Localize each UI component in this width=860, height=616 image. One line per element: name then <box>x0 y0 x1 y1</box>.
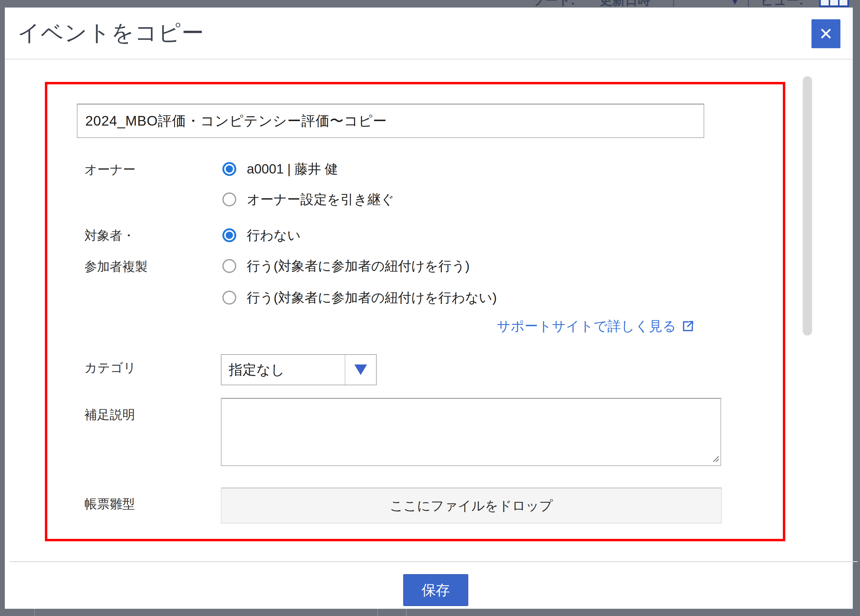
screen: ソート: 更新日時 ▼ ビュー: オーナー a0001 | 藤井 健 オーナー設… <box>0 0 860 616</box>
duplication-field-label-line2: 参加者複製 <box>85 259 148 274</box>
background-sort-label: ソート: <box>532 0 575 7</box>
background-filter-arrow-icon: ▼ <box>729 0 741 7</box>
dialog-header: イベントをコピー <box>5 8 853 60</box>
close-button[interactable]: ✕ <box>811 19 840 48</box>
category-dropdown-value: 指定なし <box>221 355 345 385</box>
save-button[interactable]: 保存 <box>403 574 468 606</box>
category-field-label: カテゴリ <box>85 361 136 375</box>
background-separator <box>748 0 749 6</box>
radio-owner-current-label: a0001 | 藤井 健 <box>247 160 338 178</box>
template-field-label: 帳票雛型 <box>85 497 135 511</box>
file-dropzone[interactable]: ここにファイルをドロップ <box>221 487 722 524</box>
dropdown-arrow-icon[interactable] <box>345 355 376 385</box>
background-table-gridline <box>377 609 378 616</box>
radio-duplication-with-link[interactable]: 行う(対象者に参加者の紐付けを行う) <box>222 259 470 273</box>
file-dropzone-text: ここにファイルをドロップ <box>390 497 552 515</box>
copy-event-dialog: オーナー a0001 | 藤井 健 オーナー設定を引き継ぐ 対象者・ 参加者複製… <box>5 8 853 609</box>
category-dropdown[interactable]: 指定なし <box>221 354 377 385</box>
radio-button-icon[interactable] <box>222 291 236 304</box>
background-page-top-strip: ソート: 更新日時 ▼ ビュー: <box>0 0 860 8</box>
background-view-label: ビュー: <box>761 0 804 7</box>
support-site-link[interactable]: サポートサイトで詳しく見る <box>497 318 695 334</box>
footer-divider <box>9 561 858 562</box>
radio-button-icon[interactable] <box>222 228 236 242</box>
radio-button-icon[interactable] <box>222 259 236 273</box>
radio-button-icon[interactable] <box>222 162 236 176</box>
description-textarea[interactable] <box>221 398 721 466</box>
description-field <box>221 398 721 466</box>
external-link-icon <box>681 319 695 333</box>
radio-duplication-none[interactable]: 行わない <box>222 228 301 243</box>
background-sort-value: 更新日時 <box>599 0 650 7</box>
radio-duplication-without-link-label: 行う(対象者に参加者の紐付けを行わない) <box>247 289 497 307</box>
radio-button-icon[interactable] <box>222 193 236 206</box>
duplication-field-label-line1: 対象者・ <box>85 228 135 243</box>
radio-owner-current[interactable]: a0001 | 藤井 健 <box>222 162 338 176</box>
radio-owner-inherit-label: オーナー設定を引き継ぐ <box>247 191 394 208</box>
dialog-title: イベントをコピー <box>17 19 204 47</box>
radio-owner-inherit[interactable]: オーナー設定を引き継ぐ <box>222 192 394 207</box>
description-field-label: 補足説明 <box>85 408 135 422</box>
view-grid-icon[interactable] <box>819 0 849 7</box>
background-separator <box>673 0 674 6</box>
owner-field-label: オーナー <box>85 162 136 177</box>
modal-scrollbar-thumb[interactable] <box>803 76 812 335</box>
radio-duplication-none-label: 行わない <box>247 227 301 244</box>
background-table-gridline <box>34 609 35 616</box>
event-name-input[interactable] <box>77 103 704 138</box>
support-site-link-text: サポートサイトで詳しく見る <box>497 317 676 335</box>
radio-duplication-without-link[interactable]: 行う(対象者に参加者の紐付けを行わない) <box>222 290 497 305</box>
background-table-gridline <box>406 609 407 616</box>
radio-duplication-with-link-label: 行う(対象者に参加者の紐付けを行う) <box>247 257 470 275</box>
